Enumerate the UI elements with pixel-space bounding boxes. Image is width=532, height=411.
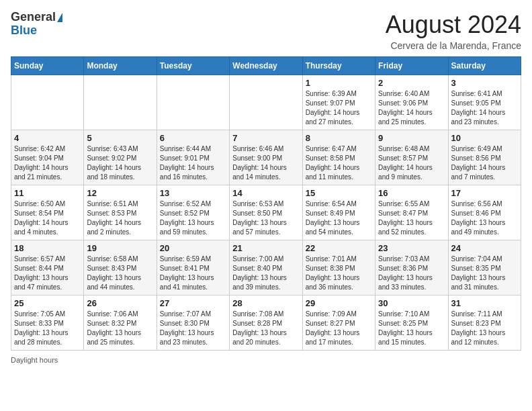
calendar-cell: 25 Sunrise: 7:05 AM Sunset: 8:33 PM Dayl… xyxy=(11,295,84,351)
day-number: 11 xyxy=(14,188,81,198)
day-number: 31 xyxy=(451,298,518,308)
calendar-cell: 29 Sunrise: 7:09 AM Sunset: 8:27 PM Dayl… xyxy=(302,295,375,351)
week-row-1: 1 Sunrise: 6:39 AM Sunset: 9:07 PM Dayli… xyxy=(11,75,521,130)
day-number: 20 xyxy=(160,243,226,253)
calendar-cell: 12 Sunrise: 6:51 AM Sunset: 8:53 PM Dayl… xyxy=(84,185,157,240)
calendar-cell xyxy=(230,75,302,130)
day-detail: Sunrise: 7:03 AM Sunset: 8:36 PM Dayligh… xyxy=(378,255,445,292)
calendar-cell: 17 Sunrise: 6:56 AM Sunset: 8:46 PM Dayl… xyxy=(448,185,521,240)
day-detail: Sunrise: 6:46 AM Sunset: 9:00 PM Dayligh… xyxy=(232,144,299,182)
day-number: 29 xyxy=(306,298,372,308)
day-detail: Sunrise: 6:47 AM Sunset: 8:58 PM Dayligh… xyxy=(306,144,372,182)
day-number: 18 xyxy=(14,243,81,253)
location-title: Cervera de la Marenda, France xyxy=(386,40,521,51)
day-number: 26 xyxy=(87,298,153,308)
calendar-cell: 11 Sunrise: 6:50 AM Sunset: 8:54 PM Dayl… xyxy=(11,185,84,240)
day-number: 12 xyxy=(87,188,153,198)
daylight-label: Daylight hours xyxy=(11,356,58,364)
day-detail: Sunrise: 7:11 AM Sunset: 8:23 PM Dayligh… xyxy=(451,310,518,347)
calendar-cell: 31 Sunrise: 7:11 AM Sunset: 8:23 PM Dayl… xyxy=(448,295,521,351)
day-detail: Sunrise: 7:08 AM Sunset: 8:28 PM Dayligh… xyxy=(232,310,299,347)
day-number: 9 xyxy=(378,133,445,143)
day-number: 13 xyxy=(160,188,226,198)
day-number: 25 xyxy=(14,298,81,308)
calendar-cell: 14 Sunrise: 6:53 AM Sunset: 8:50 PM Dayl… xyxy=(230,185,302,240)
day-detail: Sunrise: 6:49 AM Sunset: 8:56 PM Dayligh… xyxy=(451,144,518,182)
day-number: 10 xyxy=(451,133,518,143)
day-detail: Sunrise: 6:55 AM Sunset: 8:47 PM Dayligh… xyxy=(378,199,445,237)
day-detail: Sunrise: 6:40 AM Sunset: 9:06 PM Dayligh… xyxy=(378,89,445,127)
day-number: 22 xyxy=(306,243,372,253)
day-number: 28 xyxy=(232,298,299,308)
logo-general-text: General xyxy=(11,11,56,24)
day-number: 17 xyxy=(451,188,518,198)
day-number: 27 xyxy=(160,298,226,308)
weekday-header-wednesday: Wednesday xyxy=(230,57,302,75)
logo-blue-text: Blue xyxy=(11,24,62,38)
calendar-cell: 8 Sunrise: 6:47 AM Sunset: 8:58 PM Dayli… xyxy=(302,130,375,185)
calendar-cell: 27 Sunrise: 7:07 AM Sunset: 8:30 PM Dayl… xyxy=(157,295,229,351)
day-number: 19 xyxy=(87,243,153,253)
calendar-cell: 1 Sunrise: 6:39 AM Sunset: 9:07 PM Dayli… xyxy=(302,75,375,130)
logo-triangle-icon xyxy=(57,13,62,22)
weekday-header-row: SundayMondayTuesdayWednesdayThursdayFrid… xyxy=(11,57,521,75)
day-number: 21 xyxy=(232,243,299,253)
weekday-header-saturday: Saturday xyxy=(448,57,521,75)
day-detail: Sunrise: 6:51 AM Sunset: 8:53 PM Dayligh… xyxy=(87,199,153,237)
day-number: 30 xyxy=(378,298,445,308)
calendar-cell xyxy=(157,75,229,130)
calendar-cell: 3 Sunrise: 6:41 AM Sunset: 9:05 PM Dayli… xyxy=(448,75,521,130)
calendar-cell: 30 Sunrise: 7:10 AM Sunset: 8:25 PM Dayl… xyxy=(375,295,448,351)
day-detail: Sunrise: 6:54 AM Sunset: 8:49 PM Dayligh… xyxy=(306,199,372,237)
calendar-cell: 6 Sunrise: 6:44 AM Sunset: 9:01 PM Dayli… xyxy=(157,130,229,185)
calendar-cell: 21 Sunrise: 7:00 AM Sunset: 8:40 PM Dayl… xyxy=(230,240,302,295)
calendar-cell: 24 Sunrise: 7:04 AM Sunset: 8:35 PM Dayl… xyxy=(448,240,521,295)
week-row-5: 25 Sunrise: 7:05 AM Sunset: 8:33 PM Dayl… xyxy=(11,295,521,351)
calendar-cell: 10 Sunrise: 6:49 AM Sunset: 8:56 PM Dayl… xyxy=(448,130,521,185)
week-row-2: 4 Sunrise: 6:42 AM Sunset: 9:04 PM Dayli… xyxy=(11,130,521,185)
week-row-3: 11 Sunrise: 6:50 AM Sunset: 8:54 PM Dayl… xyxy=(11,185,521,240)
day-detail: Sunrise: 7:04 AM Sunset: 8:35 PM Dayligh… xyxy=(451,255,518,292)
calendar-cell xyxy=(84,75,157,130)
calendar-cell: 20 Sunrise: 6:59 AM Sunset: 8:41 PM Dayl… xyxy=(157,240,229,295)
day-detail: Sunrise: 6:42 AM Sunset: 9:04 PM Dayligh… xyxy=(14,144,81,182)
calendar-header: SundayMondayTuesdayWednesdayThursdayFrid… xyxy=(11,57,521,75)
day-detail: Sunrise: 7:07 AM Sunset: 8:30 PM Dayligh… xyxy=(160,310,226,347)
weekday-header-monday: Monday xyxy=(84,57,157,75)
day-detail: Sunrise: 7:00 AM Sunset: 8:40 PM Dayligh… xyxy=(232,255,299,292)
weekday-header-sunday: Sunday xyxy=(11,57,84,75)
day-detail: Sunrise: 6:53 AM Sunset: 8:50 PM Dayligh… xyxy=(232,199,299,237)
calendar-cell: 2 Sunrise: 6:40 AM Sunset: 9:06 PM Dayli… xyxy=(375,75,448,130)
day-detail: Sunrise: 7:10 AM Sunset: 8:25 PM Dayligh… xyxy=(378,310,445,347)
day-number: 8 xyxy=(306,133,372,143)
calendar-cell: 16 Sunrise: 6:55 AM Sunset: 8:47 PM Dayl… xyxy=(375,185,448,240)
calendar-cell: 19 Sunrise: 6:58 AM Sunset: 8:43 PM Dayl… xyxy=(84,240,157,295)
day-number: 4 xyxy=(14,133,81,143)
day-detail: Sunrise: 6:56 AM Sunset: 8:46 PM Dayligh… xyxy=(451,199,518,237)
logo: General Blue xyxy=(11,11,62,38)
calendar-body: 1 Sunrise: 6:39 AM Sunset: 9:07 PM Dayli… xyxy=(11,75,521,351)
day-number: 24 xyxy=(451,243,518,253)
day-detail: Sunrise: 6:59 AM Sunset: 8:41 PM Dayligh… xyxy=(160,255,226,292)
day-detail: Sunrise: 7:06 AM Sunset: 8:32 PM Dayligh… xyxy=(87,310,153,347)
day-detail: Sunrise: 6:41 AM Sunset: 9:05 PM Dayligh… xyxy=(451,89,518,127)
day-number: 23 xyxy=(378,243,445,253)
calendar-table: SundayMondayTuesdayWednesdayThursdayFrid… xyxy=(11,56,521,351)
calendar-cell: 28 Sunrise: 7:08 AM Sunset: 8:28 PM Dayl… xyxy=(230,295,302,351)
day-number: 15 xyxy=(306,188,372,198)
calendar-cell: 22 Sunrise: 7:01 AM Sunset: 8:38 PM Dayl… xyxy=(302,240,375,295)
day-number: 14 xyxy=(232,188,299,198)
calendar-cell: 7 Sunrise: 6:46 AM Sunset: 9:00 PM Dayli… xyxy=(230,130,302,185)
calendar-cell: 18 Sunrise: 6:57 AM Sunset: 8:44 PM Dayl… xyxy=(11,240,84,295)
day-detail: Sunrise: 6:57 AM Sunset: 8:44 PM Dayligh… xyxy=(14,255,81,292)
weekday-header-friday: Friday xyxy=(375,57,448,75)
month-title: August 2024 xyxy=(386,11,521,39)
calendar-cell: 26 Sunrise: 7:06 AM Sunset: 8:32 PM Dayl… xyxy=(84,295,157,351)
day-number: 2 xyxy=(378,78,445,88)
day-detail: Sunrise: 7:05 AM Sunset: 8:33 PM Dayligh… xyxy=(14,310,81,347)
day-detail: Sunrise: 7:09 AM Sunset: 8:27 PM Dayligh… xyxy=(306,310,372,347)
calendar-cell xyxy=(11,75,84,130)
day-number: 3 xyxy=(451,78,518,88)
day-number: 6 xyxy=(160,133,226,143)
header: General Blue August 2024 Cervera de la M… xyxy=(11,11,521,51)
